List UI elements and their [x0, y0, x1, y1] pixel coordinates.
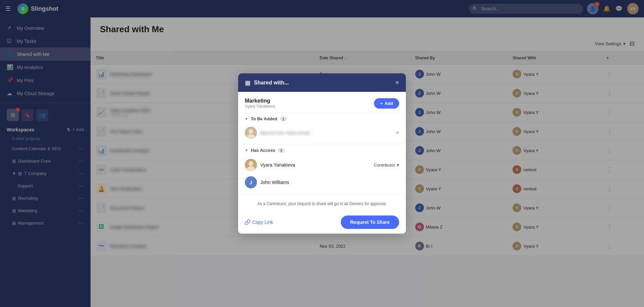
pending-user-row: Blurred User Name Email ×: [245, 125, 399, 141]
modal-header-icon: ▦: [245, 79, 251, 86]
modal-item-name: Marketing: [245, 98, 275, 104]
has-access-header[interactable]: ▼ Has Access 2: [245, 148, 399, 153]
vyara-avatar: [245, 159, 257, 171]
modal-item-owner: Vyara Yanakieva: [245, 104, 275, 109]
add-label: Add: [385, 101, 393, 106]
modal-close-button[interactable]: ×: [395, 79, 399, 86]
has-access-section: ▼ Has Access 2 Vyara Yanakieva Contribut…: [238, 144, 406, 194]
modal-header: ▦ Shared with... ×: [238, 73, 406, 92]
modal-header-title: Shared with...: [254, 80, 392, 86]
modal-footer-note: As a Contributor, your request to share …: [238, 194, 406, 211]
svg-point-1: [249, 129, 253, 134]
has-access-count: 2: [278, 148, 284, 153]
has-access-label: Has Access: [251, 148, 275, 153]
role-label: Contributor: [374, 163, 395, 168]
pending-avatar: [245, 127, 257, 139]
to-be-added-header[interactable]: ▼ To Be Added 1: [245, 116, 399, 121]
add-button[interactable]: + Add: [374, 98, 399, 109]
plus-icon: +: [380, 101, 383, 106]
shared-with-modal: ▦ Shared with... × Marketing Vyara Yanak…: [238, 73, 406, 234]
svg-point-4: [249, 161, 253, 166]
modal-actions: Copy Link Request To Share: [238, 211, 406, 234]
member-row-john: J John Williams: [245, 174, 399, 191]
chevron-icon-2: ▼: [245, 148, 248, 152]
member-row-vyara: Vyara Yanakieva Contributor ▾: [245, 156, 399, 174]
john-name: John Williams: [260, 180, 399, 185]
modal-top-row: Marketing Vyara Yanakieva + Add: [238, 92, 406, 113]
copy-link-button[interactable]: Copy Link: [245, 220, 273, 225]
request-to-share-button[interactable]: Request To Share: [341, 216, 399, 229]
to-be-added-label: To Be Added: [251, 116, 277, 121]
vyara-name: Vyara Yanakieva: [260, 162, 371, 168]
pending-user-name: Blurred User Name Email: [260, 130, 392, 135]
copy-link-label: Copy Link: [252, 220, 273, 225]
role-selector[interactable]: Contributor ▾: [374, 163, 399, 168]
remove-pending-button[interactable]: ×: [395, 129, 399, 136]
role-chevron-icon: ▾: [397, 163, 399, 168]
modal-overlay[interactable]: ▦ Shared with... × Marketing Vyara Yanak…: [0, 0, 644, 307]
chevron-icon: ▼: [245, 117, 248, 121]
to-be-added-count: 1: [280, 117, 287, 121]
modal-item-info: Marketing Vyara Yanakieva: [245, 98, 275, 109]
request-share-label: Request To Share: [350, 220, 390, 225]
link-icon: [245, 220, 250, 225]
to-be-added-section: ▼ To Be Added 1 Blurred User Name Email …: [238, 113, 406, 144]
john-avatar: J: [245, 176, 257, 188]
